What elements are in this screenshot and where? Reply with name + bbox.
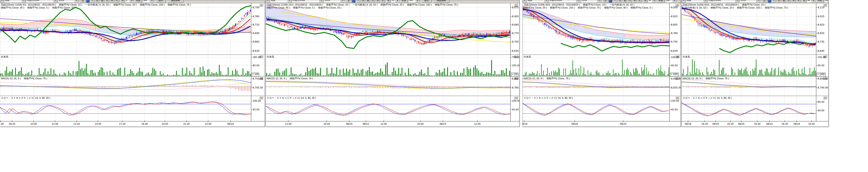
period-minute-button[interactable]: 分 (792, 0, 796, 3)
symbol-combobox[interactable]: 日経225mini▼ (292, 0, 323, 3)
bar-count-label[interactable]: 本数 (657, 0, 665, 3)
period-tick-button[interactable]: T (356, 0, 360, 3)
minute-value-spinner[interactable]: 60▲ (807, 0, 815, 3)
contract-combobox[interactable]: 11/09▼ (740, 0, 760, 3)
volume-bar (645, 75, 646, 76)
period-day-button[interactable]: 日 (95, 0, 99, 3)
bar-count-label[interactable]: 本数 (400, 0, 408, 3)
category-combobox[interactable]: 先物▼ (270, 0, 291, 3)
bar-count-label[interactable]: 本数 (816, 0, 824, 3)
spinner-arrow-icon[interactable]: ▲ (653, 0, 656, 2)
minute-unit-label[interactable]: 分 (121, 0, 125, 3)
chart-canvas[interactable]: 8,9758,9058,8408,7708,7058,635700.00250.… (266, 3, 520, 127)
period-tick-button[interactable]: T (90, 0, 94, 3)
combo-arrow-icon[interactable]: ▼ (597, 0, 601, 2)
bar-count-label[interactable]: 本数 (134, 0, 142, 3)
bar-count-spinner[interactable]: 300▲ (665, 0, 676, 3)
period-minute-button[interactable]: 分 (376, 0, 380, 3)
period-year-button[interactable]: 年 (637, 0, 642, 3)
period-day-button[interactable]: 日 (361, 0, 365, 3)
minute-unit-label[interactable]: 分 (643, 0, 647, 3)
scroll-stub-combobox[interactable]: ▼ (266, 0, 270, 3)
spinner-arrow-icon[interactable]: ▲ (396, 0, 399, 2)
apply-button[interactable]: 適用 (421, 0, 432, 3)
period-week-button[interactable]: 週 (781, 0, 786, 3)
volume-bar (753, 71, 754, 76)
period-day-button[interactable]: 日 (777, 0, 781, 3)
combo-arrow-icon[interactable]: ▼ (523, 0, 526, 2)
ashi-type-button[interactable]: 足 (602, 0, 609, 3)
minute-value-spinner[interactable]: 15▲ (391, 0, 399, 3)
spinner-arrow-icon[interactable]: ▲ (416, 0, 419, 2)
scroll-stub-combobox[interactable]: ▼ (0, 0, 4, 3)
period-month-button[interactable]: 月 (786, 0, 791, 3)
period-day-button[interactable]: 日 (618, 0, 622, 3)
period-week-button[interactable]: 週 (100, 0, 104, 3)
combo-arrow-icon[interactable]: ▼ (341, 0, 344, 2)
period-month-button[interactable]: 月 (371, 0, 375, 3)
bar-count-spinner[interactable]: 300▲ (408, 0, 420, 3)
spinner-arrow-icon[interactable]: ▲ (812, 0, 815, 2)
period-year-button[interactable]: 年 (796, 0, 801, 3)
symbol-combobox[interactable]: 日経225mini▼ (26, 0, 57, 3)
period-month-button[interactable]: 月 (627, 0, 632, 3)
volume-bar (557, 72, 558, 76)
combo-arrow-icon[interactable]: ▼ (756, 0, 760, 2)
chart-canvas[interactable]: 9,0008,9258,8558,7808,7058,630100.0040.0… (523, 3, 681, 127)
period-minute-button[interactable]: 分 (110, 0, 114, 3)
contract-combobox[interactable]: 11/09▼ (58, 0, 79, 3)
volume-bar (301, 74, 302, 76)
multi-symbol-button[interactable]: 複数銘柄 (167, 0, 184, 3)
period-tick-button[interactable]: T (772, 0, 776, 3)
combo-arrow-icon[interactable]: ▼ (577, 0, 580, 2)
combo-arrow-icon[interactable]: ▼ (0, 0, 3, 2)
minute-value-spinner[interactable]: 5▲ (125, 0, 133, 3)
period-week-button[interactable]: 週 (366, 0, 370, 3)
period-week-button[interactable]: 週 (623, 0, 627, 3)
contract-combobox[interactable]: 11/09▼ (323, 0, 344, 3)
category-combobox[interactable]: 先物▼ (686, 0, 707, 3)
combo-arrow-icon[interactable]: ▼ (54, 0, 57, 2)
ashi-type-button[interactable]: 足 (762, 0, 768, 3)
scroll-stub-combobox[interactable]: ▼ (682, 0, 685, 3)
minute-unit-label[interactable]: 分 (802, 0, 806, 3)
apply-button[interactable]: 適用 (155, 0, 166, 3)
combo-arrow-icon[interactable]: ▼ (288, 0, 291, 2)
period-month-button[interactable]: 月 (105, 0, 109, 3)
bar-count-spinner[interactable]: 300▲ (143, 0, 154, 3)
combo-arrow-icon[interactable]: ▼ (736, 0, 739, 2)
combo-arrow-icon[interactable]: ▼ (682, 0, 685, 2)
combo-arrow-icon[interactable]: ▼ (22, 0, 25, 2)
candle-body (810, 44, 810, 46)
combo-arrow-icon[interactable]: ▼ (319, 0, 323, 2)
ashi-type-button[interactable]: 足 (80, 0, 86, 3)
minute-value-spinner[interactable]: 30▲ (648, 0, 656, 3)
bar-count-spinner[interactable]: 300▲ (824, 0, 828, 3)
spinner-arrow-icon[interactable]: ▲ (150, 0, 153, 2)
volume-bar (56, 75, 57, 76)
period-year-button[interactable]: 年 (380, 0, 385, 3)
apply-button[interactable]: 適用 (678, 0, 681, 3)
period-minute-button[interactable]: 分 (632, 0, 637, 3)
minute-unit-label[interactable]: 分 (386, 0, 390, 3)
ashi-type-button[interactable]: 足 (345, 0, 352, 3)
spinner-arrow-icon[interactable]: ▲ (130, 0, 133, 2)
symbol-combobox[interactable]: 日経225mini▼ (708, 0, 739, 3)
combo-arrow-icon[interactable]: ▼ (266, 0, 269, 2)
combo-arrow-icon[interactable]: ▼ (75, 0, 78, 2)
combo-arrow-icon[interactable]: ▼ (704, 0, 707, 2)
chart-canvas[interactable]: 8,7958,7608,7258,6958,6608,630185.0080.0… (0, 3, 265, 127)
category-combobox[interactable]: 先物▼ (4, 0, 26, 3)
volume-bar (482, 71, 483, 76)
multi-symbol-button[interactable]: 複数銘柄 (433, 0, 450, 3)
spinner-arrow-icon[interactable]: ▲ (673, 0, 676, 2)
symbol-combobox[interactable]: 日経225mini▼ (549, 0, 580, 3)
period-tick-button[interactable]: T (613, 0, 617, 3)
chart-canvas[interactable]: 9,1109,0158,9208,8308,7358,640155.0065.0… (682, 3, 829, 127)
scroll-stub-combobox[interactable]: ▼ (523, 0, 526, 3)
volume-bar (578, 75, 578, 76)
combo-arrow-icon[interactable]: ▼ (545, 0, 548, 2)
period-year-button[interactable]: 年 (115, 0, 119, 3)
contract-combobox[interactable]: 11/09▼ (581, 0, 601, 3)
category-combobox[interactable]: 先物▼ (527, 0, 548, 3)
